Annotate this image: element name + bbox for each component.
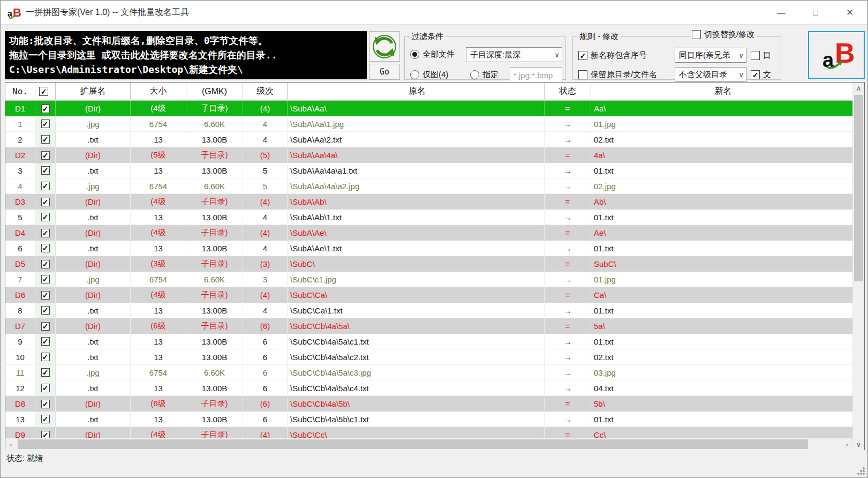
cell-chk[interactable]: ✓ bbox=[35, 396, 56, 412]
cell-chk[interactable]: ✓ bbox=[35, 210, 56, 225]
table-row[interactable]: D8✓(Dir)(6级子目录)(6)\SubC\Cb\4a\5b\=5b\ bbox=[5, 396, 852, 412]
parent-mode-select[interactable]: 不含父级目录 ∨ bbox=[675, 67, 746, 82]
pattern-input[interactable]: *.jpg;*.bmp bbox=[510, 68, 562, 83]
row-checkbox[interactable]: ✓ bbox=[41, 244, 50, 252]
cell-chk[interactable]: ✓ bbox=[35, 272, 56, 287]
cell-chk[interactable]: ✓ bbox=[35, 380, 56, 395]
file-apply-checkbox[interactable]: ✓ bbox=[751, 70, 760, 79]
table-row[interactable]: D2✓(Dir)(5级子目录)(5)\SubA\Aa\4a\=4a\ bbox=[5, 147, 852, 163]
maximize-button[interactable]: □ bbox=[798, 1, 833, 24]
include-seq-checkbox[interactable]: ✓ bbox=[578, 51, 587, 60]
scroll-left-icon[interactable]: ‹ bbox=[5, 438, 17, 450]
header-level[interactable]: 级次 bbox=[243, 83, 288, 100]
cell-chk[interactable]: ✓ bbox=[35, 365, 56, 380]
cell-chk[interactable]: ✓ bbox=[35, 163, 56, 178]
table-row[interactable]: D5✓(Dir)(3级子目录)(3)\SubC\=SubC\ bbox=[5, 256, 852, 272]
table-row[interactable]: D1✓(Dir)(4级子目录)(4)\SubA\Aa\=Aa\ bbox=[5, 101, 852, 116]
all-files-radio[interactable] bbox=[410, 50, 419, 59]
cell-chk[interactable]: ✓ bbox=[35, 241, 56, 256]
depth-select[interactable]: 子目深度:最深 ∨ bbox=[466, 47, 562, 62]
row-checkbox[interactable]: ✓ bbox=[41, 260, 50, 268]
scroll-up-icon[interactable]: ∧ bbox=[853, 83, 864, 94]
table-row[interactable]: 9✓.txt1313.00B6\SubC\Cb\4a\5a\c1.txt→01.… bbox=[5, 334, 852, 349]
table-row[interactable]: 7✓.jpg67546.60K3\SubC\c1.jpg→01.jpg bbox=[5, 272, 852, 287]
scroll-right-icon[interactable]: › bbox=[841, 438, 852, 450]
cell-chk[interactable]: ✓ bbox=[35, 132, 56, 147]
row-checkbox[interactable]: ✓ bbox=[41, 337, 50, 346]
table-row[interactable]: 3✓.txt1313.00B5\SubA\Aa\4a\a1.txt→01.txt bbox=[5, 163, 852, 178]
table-row[interactable]: 12✓.txt1313.00B6\SubC\Cb\4a\5a\c4.txt→04… bbox=[5, 380, 852, 396]
cell-chk[interactable]: ✓ bbox=[35, 178, 56, 193]
table-row[interactable]: 4✓.jpg67546.60K5\SubA\Aa\4a\a2.jpg→02.jp… bbox=[5, 178, 852, 194]
seq-mode-select[interactable]: 同目序(亲兄弟 ∨ bbox=[675, 48, 746, 63]
header-newname[interactable]: 新名 bbox=[591, 83, 852, 100]
dir-apply-checkbox[interactable] bbox=[751, 51, 760, 60]
toggle-replace-checkbox[interactable] bbox=[692, 30, 701, 39]
table-row[interactable]: D3✓(Dir)(4级子目录)(4)\SubA\Ab\=Ab\ bbox=[5, 194, 852, 210]
keep-original-checkbox[interactable] bbox=[578, 70, 587, 79]
header-ext[interactable]: 扩展名 bbox=[56, 83, 131, 100]
close-button[interactable]: ✕ bbox=[833, 1, 867, 24]
cell-chk[interactable]: ✓ bbox=[35, 101, 56, 116]
table-row[interactable]: D4✓(Dir)(4级子目录)(4)\SubA\Ae\=Ae\ bbox=[5, 225, 852, 241]
row-checkbox[interactable]: ✓ bbox=[41, 384, 50, 392]
cell-chk[interactable]: ✓ bbox=[35, 116, 56, 131]
minimize-button[interactable]: — bbox=[764, 1, 798, 24]
cell-chk[interactable]: ✓ bbox=[35, 412, 56, 427]
cell-chk[interactable]: ✓ bbox=[35, 427, 56, 438]
resize-grip[interactable] bbox=[857, 467, 865, 475]
row-checkbox[interactable]: ✓ bbox=[41, 198, 50, 206]
table-row[interactable]: D7✓(Dir)(6级子目录)(6)\SubC\Cb\4a\5a\=5a\ bbox=[5, 318, 852, 334]
row-checkbox[interactable]: ✓ bbox=[41, 104, 50, 113]
images-only-radio[interactable] bbox=[410, 70, 419, 79]
header-select[interactable]: ✓ bbox=[35, 83, 56, 100]
vscroll-thumb[interactable] bbox=[854, 95, 863, 281]
row-checkbox[interactable]: ✓ bbox=[41, 166, 50, 175]
table-row[interactable]: 2✓.txt1313.00B4\SubA\Aa\2.txt→02.txt bbox=[5, 132, 852, 147]
row-checkbox[interactable]: ✓ bbox=[41, 368, 50, 377]
scroll-down-icon[interactable]: ∨ bbox=[853, 439, 864, 450]
vertical-scrollbar[interactable]: ∧ ∨ bbox=[852, 83, 864, 450]
row-checkbox[interactable]: ✓ bbox=[41, 306, 50, 315]
cell-chk[interactable]: ✓ bbox=[35, 147, 56, 163]
row-checkbox[interactable]: ✓ bbox=[41, 415, 50, 423]
table-row[interactable]: 10✓.txt1313.00B6\SubC\Cb\4a\5a\c2.txt→02… bbox=[5, 349, 852, 365]
table-row[interactable]: 8✓.txt1313.00B4\SubC\Ca\1.txt→01.txt bbox=[5, 303, 852, 318]
cell-chk[interactable]: ✓ bbox=[35, 225, 56, 241]
row-checkbox[interactable]: ✓ bbox=[41, 151, 50, 160]
table-row[interactable]: 1✓.jpg67546.60K4\SubA\Aa\1.jpg→01.jpg bbox=[5, 116, 852, 132]
rename-action-button[interactable]: a B bbox=[808, 31, 865, 79]
row-checkbox[interactable]: ✓ bbox=[41, 400, 50, 408]
header-size[interactable]: 大小 bbox=[131, 83, 186, 100]
cell-chk[interactable]: ✓ bbox=[35, 303, 56, 318]
drop-target-infobox[interactable]: 功能:批改目录、文件和后缀名,删除空目录、0字节文件等。 拖拉一个目录到这里 或… bbox=[5, 31, 367, 79]
cell-chk[interactable]: ✓ bbox=[35, 334, 56, 349]
table-row[interactable]: D6✓(Dir)(4级子目录)(4)\SubC\Ca\=Ca\ bbox=[5, 287, 852, 303]
table-row[interactable]: 5✓.txt1313.00B4\SubA\Ab\1.txt→01.txt bbox=[5, 210, 852, 225]
hscroll-thumb[interactable] bbox=[18, 439, 808, 449]
header-origname[interactable]: 原名 bbox=[288, 83, 545, 100]
header-gmk[interactable]: (GMK) bbox=[186, 83, 243, 100]
row-checkbox[interactable]: ✓ bbox=[41, 182, 50, 190]
table-row[interactable]: 6✓.txt1313.00B4\SubA\Ae\1.txt→01.txt bbox=[5, 241, 852, 256]
row-checkbox[interactable]: ✓ bbox=[41, 353, 50, 361]
header-no[interactable]: No. bbox=[5, 83, 35, 100]
cell-chk[interactable]: ✓ bbox=[35, 256, 56, 272]
refresh-button[interactable] bbox=[369, 31, 400, 62]
table-row[interactable]: 11✓.jpg67546.60K6\SubC\Cb\4a\5a\c3.jpg→0… bbox=[5, 365, 852, 380]
row-checkbox[interactable]: ✓ bbox=[41, 322, 50, 331]
table-row[interactable]: 13✓.txt1313.00B6\SubC\Cb\4a\5b\c1.txt→01… bbox=[5, 412, 852, 427]
row-checkbox[interactable]: ✓ bbox=[41, 291, 50, 300]
row-checkbox[interactable]: ✓ bbox=[41, 431, 50, 438]
table-row[interactable]: D9✓(Dir)(4级子目录)(4)\SubC\Cc\=Cc\ bbox=[5, 427, 852, 438]
cell-chk[interactable]: ✓ bbox=[35, 349, 56, 364]
row-checkbox[interactable]: ✓ bbox=[41, 213, 50, 221]
select-all-checkbox[interactable]: ✓ bbox=[39, 87, 48, 96]
horizontal-scrollbar[interactable]: ‹ › bbox=[5, 438, 852, 450]
row-checkbox[interactable]: ✓ bbox=[41, 120, 50, 128]
cell-chk[interactable]: ✓ bbox=[35, 194, 56, 210]
go-button[interactable]: Go bbox=[369, 64, 400, 80]
specify-radio[interactable] bbox=[470, 70, 479, 79]
row-checkbox[interactable]: ✓ bbox=[41, 275, 50, 283]
header-status[interactable]: 状态 bbox=[545, 83, 591, 100]
